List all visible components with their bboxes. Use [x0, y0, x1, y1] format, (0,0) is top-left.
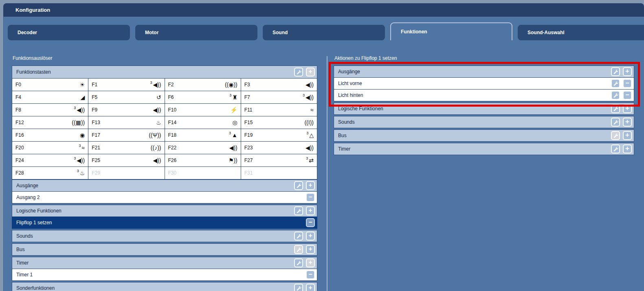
konfiguration-window: Konfiguration DecoderMotorSoundFunktione…	[3, 3, 644, 291]
tab-sound[interactable]: Sound	[263, 25, 385, 40]
left-section-ausg-nge[interactable]: Ausgänge+	[12, 179, 317, 192]
function-key-f9[interactable]: F9◀))	[88, 104, 164, 116]
wrench-button[interactable]	[611, 144, 620, 153]
function-key-f21[interactable]: F21((♪))	[88, 142, 164, 154]
plus-button[interactable]: +	[306, 258, 315, 267]
plus-button[interactable]: +	[623, 104, 632, 113]
wrench-button[interactable]	[611, 104, 620, 113]
wrench-button[interactable]	[294, 181, 303, 190]
minus-button[interactable]: −	[306, 218, 315, 227]
tab-decoder[interactable]: Decoder	[8, 25, 130, 40]
right-sections: Ausgänge+Licht vorne−Licht hinten−Logisc…	[334, 66, 634, 155]
left-item-flipflop-1-setzen[interactable]: Flipflop 1 setzen−	[12, 217, 317, 229]
minus-button[interactable]: −	[623, 91, 632, 100]
wrench-button[interactable]	[611, 67, 620, 76]
wrench-button[interactable]	[294, 206, 303, 215]
function-key-f16[interactable]: F16◉	[12, 129, 88, 141]
wrench-button[interactable]	[294, 258, 303, 267]
plus-icon: +	[308, 207, 312, 214]
wrench-button[interactable]	[294, 68, 303, 77]
function-key-f8[interactable]: F83◀))	[12, 104, 88, 116]
function-key-f26[interactable]: F26⚑))	[165, 154, 241, 166]
wrench-button[interactable]	[611, 131, 620, 140]
function-key-f24[interactable]: F243◀))	[12, 154, 88, 166]
right-item-licht-vorne[interactable]: Licht vorne−	[334, 77, 634, 90]
horn-icon: 3◀))	[74, 158, 85, 163]
function-key-f6[interactable]: F63♜	[165, 91, 241, 103]
function-key-f28[interactable]: F283♨	[12, 167, 88, 179]
coupler-icon: ↺	[156, 94, 161, 100]
function-key-f29: F29	[88, 167, 164, 179]
function-key-f22[interactable]: F22◀))	[165, 142, 241, 154]
function-key-f0[interactable]: F0☀	[12, 79, 88, 91]
function-key-f11[interactable]: F11≈	[241, 104, 317, 116]
function-key-f5[interactable]: F5↺	[88, 91, 164, 103]
wrench-button[interactable]	[611, 79, 620, 88]
minus-button[interactable]: −	[623, 79, 632, 88]
function-key-f12[interactable]: F12((▦))	[12, 116, 88, 129]
plus-button[interactable]: +	[306, 245, 315, 254]
function-key-label: F23	[244, 145, 253, 151]
plus-button[interactable]: +	[623, 67, 632, 76]
function-key-f25[interactable]: F25◀))	[88, 154, 164, 166]
plus-button[interactable]: +	[623, 131, 632, 140]
function-key-f20[interactable]: F203≈	[12, 142, 88, 154]
function-key-f2[interactable]: F2((◉))	[165, 79, 241, 91]
section-label: Ausgänge	[16, 183, 294, 188]
left-item-timer-1[interactable]: Timer 1−	[12, 269, 317, 281]
function-key-f15[interactable]: F15((I))	[241, 116, 317, 129]
section-label: Sounds	[338, 119, 611, 125]
right-section-bus[interactable]: Bus+	[334, 129, 634, 142]
window-titlebar[interactable]: Konfiguration	[3, 3, 644, 17]
function-key-f18[interactable]: F183▲	[165, 129, 241, 141]
section-label: Sounds	[16, 233, 294, 239]
right-item-licht-hinten[interactable]: Licht hinten−	[334, 89, 634, 101]
left-section-sounds[interactable]: Sounds+	[12, 230, 317, 242]
wrench-button[interactable]	[611, 118, 620, 127]
function-table-header[interactable]: Funktionstasten+	[12, 66, 317, 78]
plus-button[interactable]: +	[306, 181, 315, 190]
left-section-timer[interactable]: Timer+	[12, 257, 317, 269]
plus-button[interactable]: +	[623, 144, 632, 153]
wrench-button[interactable]	[294, 232, 303, 241]
plus-icon: +	[625, 145, 629, 152]
headlight-icon: ☀	[80, 82, 85, 88]
tab-funktionen[interactable]: Funktionen	[390, 22, 512, 40]
left-section-logische-funktionen[interactable]: Logische Funktionen+	[12, 205, 317, 217]
plus-button[interactable]: +	[306, 232, 315, 241]
function-key-f19[interactable]: F193△	[241, 129, 317, 141]
function-key-f27[interactable]: F273⇄	[241, 154, 317, 166]
left-item-ausgang-2[interactable]: Ausgang 2−	[12, 191, 317, 203]
function-key-f17[interactable]: F17((Ψ))	[88, 129, 164, 141]
tab-motor[interactable]: Motor	[135, 25, 257, 40]
right-section-logische-funktionen[interactable]: Logische Funktionen+	[334, 103, 634, 115]
right-section-ausg-nge[interactable]: Ausgänge+	[334, 66, 634, 78]
wrench-button[interactable]	[611, 91, 620, 100]
function-key-f3[interactable]: F3◀))	[241, 79, 317, 91]
plus-button[interactable]: +	[623, 118, 632, 127]
right-section-sounds[interactable]: Sounds+	[334, 116, 634, 128]
function-key-f4[interactable]: F4◢	[12, 91, 88, 103]
wrench-button[interactable]	[294, 245, 303, 254]
function-key-f1[interactable]: F13◀))	[88, 79, 164, 91]
plus-button[interactable]: +	[306, 284, 315, 291]
section-label: Licht hinten	[338, 92, 611, 98]
function-key-label: F4	[15, 94, 21, 100]
section-label: Licht vorne	[338, 81, 611, 86]
function-key-f13[interactable]: F13♨	[88, 116, 164, 129]
function-key-f7[interactable]: F73◀))	[241, 91, 317, 103]
function-key-f14[interactable]: F14◎	[165, 116, 241, 129]
minus-button[interactable]: −	[306, 270, 315, 279]
left-section-sonderfunktionen[interactable]: Sonderfunktionen+	[12, 282, 317, 291]
function-key-f10[interactable]: F10⚡	[165, 104, 241, 116]
plus-button[interactable]: +	[306, 68, 315, 77]
right-section-timer[interactable]: Timer+	[334, 143, 634, 155]
window-body: DecoderMotorSoundFunktionenSound-Auswahl…	[3, 17, 644, 291]
wrench-icon	[296, 247, 301, 252]
minus-button[interactable]: −	[306, 193, 315, 202]
plus-button[interactable]: +	[306, 206, 315, 215]
wrench-button[interactable]	[294, 284, 303, 291]
tab-sound-auswahl[interactable]: Sound-Auswahl	[518, 25, 644, 40]
left-section-bus[interactable]: Bus+	[12, 243, 317, 256]
function-key-f23[interactable]: F23◀))	[241, 142, 317, 154]
